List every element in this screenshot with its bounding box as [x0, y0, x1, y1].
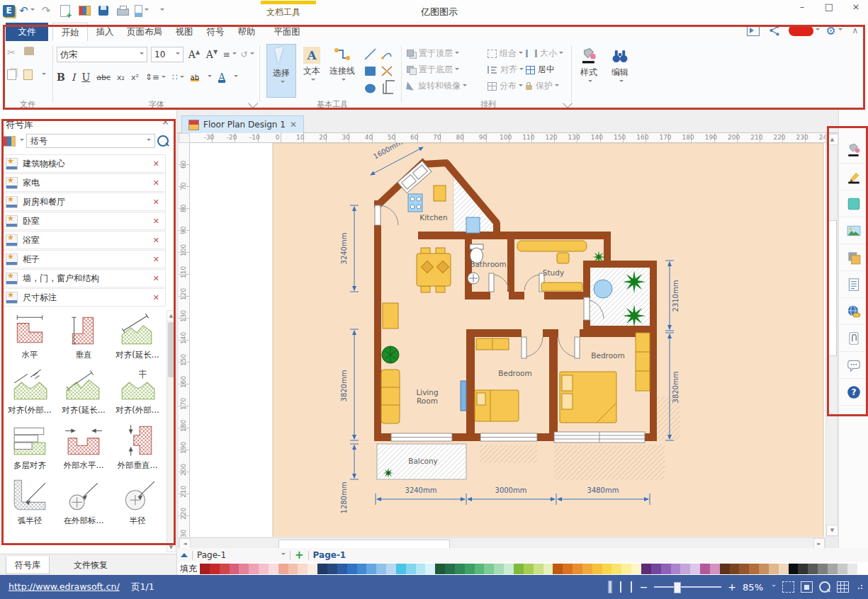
fill-swatch[interactable] [347, 564, 357, 574]
curve-shape-icon[interactable] [381, 53, 391, 59]
cross-shape-icon[interactable] [382, 67, 392, 76]
center-button[interactable]: 居中 [526, 62, 563, 78]
resize-grip[interactable] [858, 585, 862, 589]
fill-swatch[interactable] [720, 564, 730, 574]
layers-icon[interactable] [839, 244, 868, 271]
drawing-area[interactable]: KitchenBathroomStudyLivingRoomBedroomBed… [190, 143, 825, 537]
fill-swatch[interactable] [445, 564, 455, 574]
remove-library-icon[interactable]: ✕ [153, 274, 159, 283]
font-family-select[interactable]: 仿宋 [57, 47, 147, 62]
zoom-area-icon[interactable] [819, 581, 830, 593]
fill-swatch[interactable] [269, 564, 278, 574]
fill-swatch[interactable] [769, 564, 779, 574]
document-tab[interactable]: Floor Plan Design 1 ✕ [181, 115, 304, 133]
font-size-select[interactable]: 10 [151, 47, 184, 62]
fill-swatch[interactable] [210, 564, 220, 574]
library-item-appliances[interactable]: 家电✕ [1, 173, 166, 192]
fill-swatch[interactable] [582, 564, 592, 574]
fill-swatch[interactable] [611, 564, 621, 574]
page-tab[interactable]: Page-1 [313, 550, 346, 560]
fill-swatch[interactable] [317, 564, 327, 574]
scroll-down-icon[interactable]: ▼ [167, 542, 175, 552]
account-badge[interactable] [789, 24, 820, 37]
zoom-slider-thumb[interactable] [674, 582, 681, 593]
fill-swatch[interactable] [230, 564, 239, 574]
fill-swatch[interactable] [749, 564, 759, 574]
fill-swatch[interactable] [543, 564, 553, 574]
insert-picture-icon[interactable] [839, 217, 868, 244]
search-icon[interactable] [157, 135, 169, 147]
fill-swatch[interactable] [327, 564, 337, 574]
rectangle-shape-icon[interactable] [365, 67, 376, 76]
superscript-button[interactable]: x² [131, 73, 139, 82]
fill-swatch[interactable] [534, 564, 543, 574]
library-item-cabinets[interactable]: 柜子✕ [1, 250, 166, 268]
app-logo-icon[interactable]: E [3, 5, 15, 17]
fill-swatch[interactable] [435, 564, 445, 574]
symbol-arc-radius[interactable]: 弧半径 [3, 477, 57, 526]
select-region-icon[interactable] [782, 581, 794, 593]
send-to-back-button[interactable]: 置于底层 [407, 62, 467, 78]
fill-swatch[interactable] [828, 564, 838, 574]
grid-toggle-icon[interactable] [837, 581, 849, 593]
page-selector-caret[interactable] [281, 553, 286, 557]
add-page-button[interactable]: + [295, 549, 304, 561]
tab-home[interactable]: 开始 [52, 23, 88, 42]
open-icon[interactable] [77, 4, 91, 18]
tab-view[interactable]: 视图 [170, 23, 198, 41]
presentation-view-icon[interactable] [629, 581, 633, 593]
fill-swatch[interactable] [337, 564, 347, 574]
attachment-icon[interactable] [839, 325, 868, 352]
fill-swatch[interactable] [592, 564, 602, 574]
fill-swatch[interactable] [808, 564, 818, 574]
paste-icon[interactable] [23, 69, 33, 80]
text-tool-button[interactable]: A 文本 [299, 44, 325, 98]
fill-swatch[interactable] [249, 564, 259, 574]
rotate-mirror-button[interactable]: 旋转和镜像 [407, 78, 467, 94]
maximize-button[interactable]: □ [821, 1, 837, 12]
fill-swatch[interactable] [504, 564, 514, 574]
bullet-list-icon[interactable]: ∷ [172, 72, 184, 82]
normal-view-icon[interactable] [608, 581, 612, 593]
shape-fill-icon[interactable] [839, 190, 868, 217]
fill-swatch[interactable] [220, 564, 230, 574]
fill-swatch[interactable] [573, 564, 582, 574]
fill-swatch[interactable] [798, 564, 808, 574]
fit-page-icon[interactable] [801, 581, 813, 593]
tab-symbols[interactable]: 符号 [201, 23, 230, 41]
remove-library-icon[interactable]: ✕ [153, 236, 159, 245]
fill-swatch[interactable] [553, 564, 563, 574]
tab-file[interactable]: 文件 [6, 23, 48, 41]
close-document-icon[interactable]: ✕ [290, 120, 297, 130]
italic-button[interactable]: I [72, 72, 76, 83]
remove-library-icon[interactable]: ✕ [153, 178, 159, 188]
gear-icon[interactable]: ⚙ [827, 24, 841, 37]
size-button[interactable]: 大小 [526, 45, 563, 62]
remove-library-icon[interactable]: ✕ [153, 159, 159, 169]
library-search-input[interactable]: 括号 [26, 134, 155, 148]
tab-help[interactable]: 帮助 [232, 23, 261, 41]
outline-view-icon[interactable] [619, 581, 623, 593]
remove-library-icon[interactable]: ✕ [153, 217, 159, 226]
new-document-icon[interactable] [58, 4, 72, 18]
zoom-out-icon[interactable]: − [640, 581, 648, 593]
fill-swatch[interactable] [759, 564, 769, 574]
increase-font-icon[interactable]: A▲ [187, 47, 201, 62]
notes-icon[interactable] [839, 271, 868, 298]
edit-button[interactable]: 编辑 [607, 44, 633, 98]
fill-swatch[interactable] [710, 564, 720, 574]
protect-button[interactable]: 保护 [526, 78, 563, 94]
tab-page-layout[interactable]: 页面布局 [122, 23, 167, 41]
redo-icon[interactable]: ↷ [39, 4, 53, 18]
symbol-aligned-extended-2[interactable]: 对齐(延长... [57, 367, 111, 416]
fill-swatch[interactable] [396, 564, 406, 574]
undo-icon[interactable]: ↶ [20, 4, 34, 18]
save-icon[interactable] [96, 4, 111, 18]
line-style-icon[interactable] [839, 164, 868, 190]
fill-swatch[interactable] [308, 564, 317, 574]
vertical-scrollbar[interactable]: ▲ ▼ [825, 133, 838, 537]
page-selector[interactable]: Page-1 [197, 550, 275, 560]
fill-swatch[interactable] [259, 564, 269, 574]
symbol-multilayer-align[interactable]: 多层对齐 [3, 422, 57, 471]
align-button[interactable]: 对齐 [487, 62, 524, 78]
